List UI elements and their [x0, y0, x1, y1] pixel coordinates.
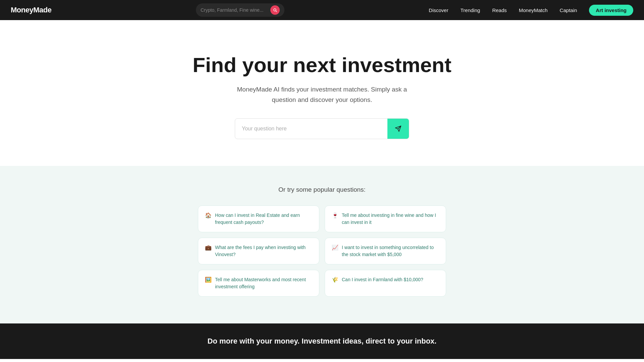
question-card-3[interactable]: 📈I want to invest in something uncorrela… — [325, 238, 446, 264]
questions-grid: 🏠How can I invest in Real Estate and ear… — [198, 205, 446, 297]
question-card-2[interactable]: 💼What are the fees I pay when investing … — [198, 238, 319, 264]
question-card-5[interactable]: 🌾Can I invest in Farmland with $10,000? — [325, 270, 446, 297]
search-button[interactable] — [270, 5, 280, 15]
question-card-0[interactable]: 🏠How can I invest in Real Estate and ear… — [198, 205, 319, 232]
footer-teaser: Do more with your money. Investment idea… — [0, 323, 644, 359]
hero-title: Find your next investment — [193, 54, 451, 76]
question-card-1[interactable]: 🍷Tell me about investing in fine wine an… — [325, 205, 446, 232]
send-icon — [395, 125, 401, 132]
hero-section: Find your next investment MoneyMade AI f… — [0, 20, 644, 166]
nav-links: Discover Trending Reads MoneyMatch Capta… — [429, 5, 633, 16]
popular-section-title: Or try some popular questions: — [7, 186, 637, 193]
nav-trending[interactable]: Trending — [461, 7, 480, 13]
footer-teaser-text: Do more with your money. Investment idea… — [7, 337, 637, 346]
question-icon-2: 💼 — [205, 244, 212, 251]
question-text-0: How can I invest in Real Estate and earn… — [215, 212, 312, 226]
nav-discover[interactable]: Discover — [429, 7, 448, 13]
hero-question-input[interactable] — [235, 120, 387, 138]
question-text-4: Tell me about Masterworks and most recen… — [215, 276, 312, 290]
navbar: MoneyMade Discover Trending Reads MoneyM… — [0, 0, 644, 20]
question-icon-5: 🌾 — [332, 277, 338, 283]
question-text-2: What are the fees I pay when investing w… — [215, 244, 312, 258]
question-text-3: I want to invest in something uncorrelat… — [342, 244, 439, 258]
hero-submit-button[interactable] — [387, 119, 409, 139]
hero-search-bar — [235, 118, 409, 139]
question-icon-1: 🍷 — [332, 212, 338, 219]
logo[interactable]: MoneyMade — [11, 6, 51, 14]
question-icon-0: 🏠 — [205, 212, 212, 219]
question-text-1: Tell me about investing in fine wine and… — [342, 212, 439, 226]
question-icon-4: 🖼️ — [205, 277, 212, 283]
question-text-5: Can I invest in Farmland with $10,000? — [342, 276, 423, 283]
hero-subtitle: MoneyMade AI finds your investment match… — [228, 84, 416, 105]
question-icon-3: 📈 — [332, 244, 338, 251]
nav-moneymatch[interactable]: MoneyMatch — [519, 7, 548, 13]
nav-captain[interactable]: Captain — [560, 7, 577, 13]
nav-reads[interactable]: Reads — [492, 7, 506, 13]
question-card-4[interactable]: 🖼️Tell me about Masterworks and most rec… — [198, 270, 319, 297]
search-input[interactable] — [201, 7, 268, 13]
art-investing-button[interactable]: Art investing — [589, 5, 633, 16]
search-icon — [273, 8, 277, 12]
search-bar — [196, 3, 284, 17]
popular-questions-section: Or try some popular questions: 🏠How can … — [0, 166, 644, 323]
